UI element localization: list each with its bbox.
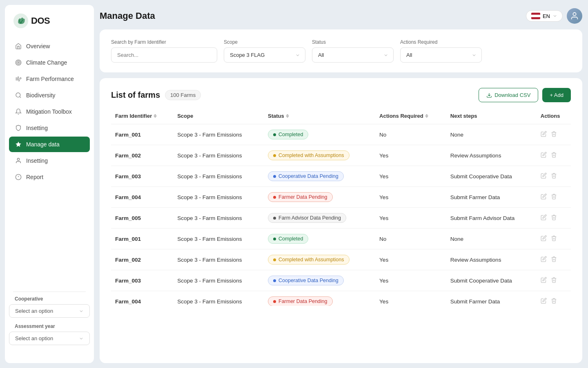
edit-icon[interactable] (541, 131, 547, 138)
star-icon (15, 141, 22, 148)
delete-icon[interactable] (551, 173, 557, 180)
cell-status: Completed (264, 124, 375, 145)
table-row: Farm_003 Scope 3 - Farm Emissions Cooper… (111, 166, 571, 187)
filter-card: Search by Farm Identifier Scope Scope 3 … (100, 29, 582, 72)
sidebar: DOS Overview Climate Change Farm Perform… (5, 5, 94, 363)
download-label: Download CSV (494, 92, 530, 98)
status-select[interactable]: All Completed Completed with Assumptions… (312, 47, 394, 63)
cell-next-steps: Review Assumptions (446, 145, 537, 166)
cell-farm-id: Farm_002 (111, 145, 173, 166)
col-status[interactable]: Status (264, 110, 375, 124)
page-header: Manage Data EN (100, 5, 582, 24)
edit-icon[interactable] (541, 152, 547, 159)
delete-icon[interactable] (551, 235, 557, 242)
assessment-year-placeholder: Select an option (15, 335, 53, 341)
sidebar-label-climate-change: Climate Change (26, 59, 67, 66)
cell-scope: Scope 3 - Farm Emissions (173, 187, 264, 208)
sidebar-item-insetting[interactable]: Insetting (9, 120, 90, 136)
cooperative-select[interactable]: Select an option (9, 304, 90, 318)
table-row: Farm_003 Scope 3 - Farm Emissions Cooper… (111, 270, 571, 291)
delete-icon[interactable] (551, 214, 557, 222)
sidebar-item-biodiversity[interactable]: Biodiversity (9, 88, 90, 103)
language-selector[interactable]: EN (526, 10, 563, 22)
edit-icon[interactable] (541, 214, 547, 222)
sidebar-label-manage-data: Manage data (26, 141, 60, 148)
edit-icon[interactable] (541, 193, 547, 201)
logo-icon (13, 13, 29, 29)
delete-icon[interactable] (551, 131, 557, 138)
col-actions-required[interactable]: Actions Required (375, 110, 446, 124)
cell-actions-required: Yes (375, 291, 446, 306)
col-farm-identifier[interactable]: Farm Identifier (111, 110, 173, 124)
cell-next-steps: None (446, 124, 537, 145)
sort-icon-status (286, 114, 289, 118)
sidebar-item-farm-performance[interactable]: Farm Performance (9, 71, 90, 87)
add-label: + Add (550, 92, 564, 98)
edit-icon[interactable] (541, 298, 547, 305)
user-avatar[interactable] (567, 8, 582, 24)
sidebar-label-insetting: Insetting (26, 125, 48, 131)
list-title-area: List of farms 100 Farms (111, 90, 201, 100)
svg-marker-6 (16, 141, 21, 147)
col-actions: Actions (537, 110, 571, 124)
cell-status: Farmer Data Pending (264, 187, 375, 208)
edit-icon[interactable] (541, 235, 547, 242)
cell-next-steps: Review Assumptions (446, 249, 537, 270)
sidebar-label-biodiversity: Biodiversity (26, 92, 56, 99)
header-right: EN (526, 8, 582, 24)
actions-required-select[interactable]: All Yes No (400, 47, 482, 63)
download-csv-button[interactable]: Download CSV (479, 88, 538, 102)
lang-label: EN (543, 13, 550, 19)
cell-next-steps: Submit Farm Advisor Data (446, 208, 537, 229)
filter-actions-group: Actions Required All Yes No (400, 39, 482, 63)
cell-actions-required: Yes (375, 166, 446, 187)
cell-next-steps: None (446, 229, 537, 249)
user-icon (15, 157, 22, 164)
cell-status: Cooperative Data Pending (264, 166, 375, 187)
filter-search-group: Search by Farm Identifier (111, 39, 217, 63)
sidebar-item-climate-change[interactable]: Climate Change (9, 55, 90, 70)
sidebar-item-report[interactable]: Report (9, 169, 90, 185)
svg-point-2 (17, 61, 20, 64)
cell-status: Cooperative Data Pending (264, 270, 375, 291)
svg-point-7 (17, 158, 19, 160)
sort-icon-actions (425, 114, 428, 118)
edit-icon[interactable] (541, 256, 547, 263)
assessment-year-select[interactable]: Select an option (9, 332, 90, 345)
sidebar-item-manage-data[interactable]: Manage data (9, 137, 90, 152)
delete-icon[interactable] (551, 298, 557, 305)
cell-status: Completed with Assumptions (264, 249, 375, 270)
cell-scope: Scope 3 - Farm Emissions (173, 166, 264, 187)
cell-actions (537, 291, 571, 306)
cell-actions (537, 187, 571, 208)
svg-point-1 (16, 60, 21, 65)
list-title: List of farms (111, 90, 160, 100)
cell-actions (537, 249, 571, 270)
avatar-icon (570, 11, 579, 20)
cell-farm-id: Farm_004 (111, 187, 173, 208)
cell-actions (537, 208, 571, 229)
edit-icon[interactable] (541, 173, 547, 180)
delete-icon[interactable] (551, 193, 557, 201)
delete-icon[interactable] (551, 256, 557, 263)
add-button[interactable]: + Add (542, 88, 571, 102)
delete-icon[interactable] (551, 277, 557, 284)
cell-actions-required: Yes (375, 249, 446, 270)
table-row: Farm_001 Scope 3 - Farm Emissions Comple… (111, 124, 571, 145)
cell-next-steps: Submit Farmer Data (446, 187, 537, 208)
scope-select[interactable]: Scope 3 FLAG Scope 1 Scope 2 Scope 3 (224, 47, 305, 63)
edit-icon[interactable] (541, 277, 547, 284)
svg-point-4 (16, 93, 20, 97)
sidebar-item-overview[interactable]: Overview (9, 38, 90, 54)
delete-icon[interactable] (551, 152, 557, 159)
assessment-year-label: Assessment year (9, 323, 90, 329)
search-input[interactable] (111, 47, 217, 63)
sidebar-item-insetting2[interactable]: Insetting (9, 153, 90, 168)
cell-actions-required: Yes (375, 270, 446, 291)
table-row: Farm_004 Scope 3 - Farm Emissions Farmer… (111, 291, 571, 306)
scope-label: Scope (224, 39, 305, 45)
cell-actions-required: Yes (375, 187, 446, 208)
cell-actions (537, 145, 571, 166)
sidebar-item-mitigation[interactable]: Mitigation Toolbox (9, 104, 90, 119)
sidebar-nav: Overview Climate Change Farm Performance… (5, 38, 94, 287)
